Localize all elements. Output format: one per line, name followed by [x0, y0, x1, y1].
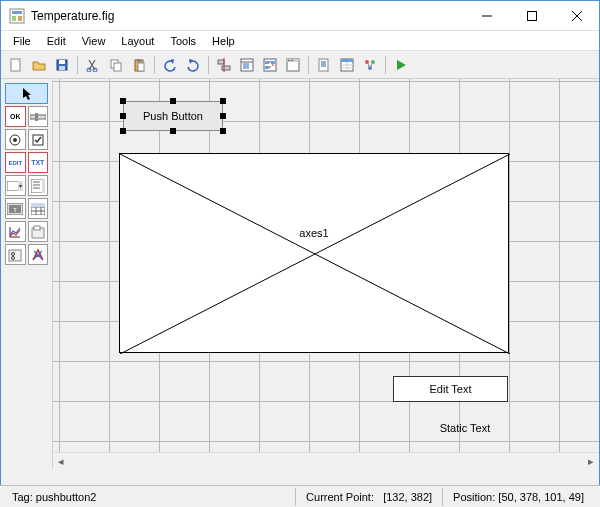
checkbox-tool[interactable] — [28, 129, 49, 150]
svg-rect-22 — [218, 60, 224, 64]
undo-button[interactable] — [159, 54, 181, 76]
app-icon — [9, 8, 25, 24]
svg-rect-32 — [271, 61, 275, 64]
static-text-tool[interactable]: TXT — [28, 152, 49, 173]
svg-point-81 — [12, 252, 15, 255]
push-button-label: Push Button — [143, 110, 203, 122]
minimize-button[interactable] — [464, 1, 509, 30]
new-file-button[interactable] — [5, 54, 27, 76]
tab-order-button[interactable] — [259, 54, 281, 76]
titlebar: Temperature.fig — [1, 1, 599, 31]
svg-rect-31 — [265, 61, 269, 64]
edit-text-tool[interactable]: EDIT — [5, 152, 26, 173]
svg-rect-37 — [291, 60, 293, 61]
table-tool[interactable] — [28, 198, 49, 219]
svg-rect-16 — [114, 63, 121, 71]
svg-rect-1 — [12, 11, 22, 14]
horizontal-scrollbar[interactable]: ◂ ▸ — [53, 452, 599, 469]
paste-button[interactable] — [128, 54, 150, 76]
menu-file[interactable]: File — [5, 33, 39, 49]
toolbar-editor-button[interactable] — [282, 54, 304, 76]
svg-rect-30 — [264, 59, 276, 71]
maximize-button[interactable] — [509, 1, 554, 30]
property-inspector-button[interactable] — [336, 54, 358, 76]
edit-text-label: Edit Text — [430, 383, 472, 395]
svg-rect-38 — [319, 59, 328, 71]
component-palette: OK EDIT TXT T — [1, 79, 53, 469]
select-tool[interactable] — [5, 83, 48, 104]
main-area: OK EDIT TXT T — [1, 79, 599, 469]
cut-button[interactable] — [82, 54, 104, 76]
run-button[interactable] — [390, 54, 412, 76]
svg-rect-25 — [241, 59, 253, 71]
redo-button[interactable] — [182, 54, 204, 76]
svg-rect-3 — [18, 16, 22, 21]
align-button[interactable] — [213, 54, 235, 76]
svg-rect-33 — [265, 66, 269, 69]
svg-rect-12 — [59, 66, 65, 70]
svg-rect-66 — [42, 179, 45, 193]
axes-label: axes1 — [299, 227, 328, 239]
axes-component[interactable]: axes1 — [119, 153, 509, 353]
svg-rect-23 — [222, 66, 230, 70]
svg-rect-18 — [137, 59, 141, 62]
window-title: Temperature.fig — [31, 9, 464, 23]
copy-button[interactable] — [105, 54, 127, 76]
open-file-button[interactable] — [28, 54, 50, 76]
svg-rect-5 — [527, 11, 536, 20]
edit-text-component[interactable]: Edit Text — [393, 376, 508, 402]
save-file-button[interactable] — [51, 54, 73, 76]
svg-rect-55 — [35, 113, 38, 121]
svg-point-82 — [12, 256, 15, 259]
status-position: Position: [50, 378, 101, 49] — [442, 488, 594, 506]
svg-rect-2 — [12, 16, 16, 21]
menu-edit[interactable]: Edit — [39, 33, 74, 49]
status-tag: Tag: pushbutton2 — [6, 491, 102, 503]
listbox-tool[interactable] — [28, 175, 49, 196]
svg-rect-80 — [9, 250, 21, 261]
activex-tool[interactable] — [28, 244, 49, 265]
svg-marker-53 — [23, 88, 31, 100]
toggle-button-tool[interactable]: T — [5, 198, 26, 219]
svg-rect-75 — [31, 203, 45, 207]
object-browser-button[interactable] — [359, 54, 381, 76]
svg-rect-79 — [34, 226, 40, 230]
menu-editor-button[interactable] — [236, 54, 258, 76]
menubar: File Edit View Layout Tools Help — [1, 31, 599, 51]
radio-button-tool[interactable] — [5, 129, 26, 150]
statusbar: Tag: pushbutton2 Current Point: [132, 38… — [0, 485, 600, 507]
push-button-component[interactable]: Push Button — [123, 101, 223, 131]
canvas-area[interactable]: Push Button axes1 — [53, 79, 599, 469]
menu-help[interactable]: Help — [204, 33, 243, 49]
editor-button[interactable] — [313, 54, 335, 76]
menu-view[interactable]: View — [74, 33, 114, 49]
scroll-left-icon[interactable]: ◂ — [53, 455, 69, 468]
toolbar — [1, 51, 599, 79]
push-button-tool[interactable]: OK — [5, 106, 26, 127]
static-text-component[interactable]: Static Text — [415, 419, 515, 437]
scroll-right-icon[interactable]: ▸ — [583, 455, 599, 468]
button-group-tool[interactable] — [5, 244, 26, 265]
svg-marker-52 — [397, 60, 406, 70]
static-text-label: Static Text — [440, 422, 491, 434]
slider-tool[interactable] — [28, 106, 49, 127]
axes-tool[interactable] — [5, 221, 26, 242]
svg-text:T: T — [13, 207, 17, 213]
status-current-point: Current Point: [132, 382] — [295, 488, 442, 506]
menu-layout[interactable]: Layout — [113, 33, 162, 49]
svg-rect-19 — [138, 63, 144, 71]
menu-tools[interactable]: Tools — [162, 33, 204, 49]
svg-rect-36 — [288, 60, 290, 61]
svg-rect-43 — [341, 59, 353, 62]
popup-menu-tool[interactable] — [5, 175, 26, 196]
panel-tool[interactable] — [28, 221, 49, 242]
close-button[interactable] — [554, 1, 599, 30]
svg-point-57 — [13, 138, 17, 142]
svg-rect-11 — [59, 60, 65, 64]
